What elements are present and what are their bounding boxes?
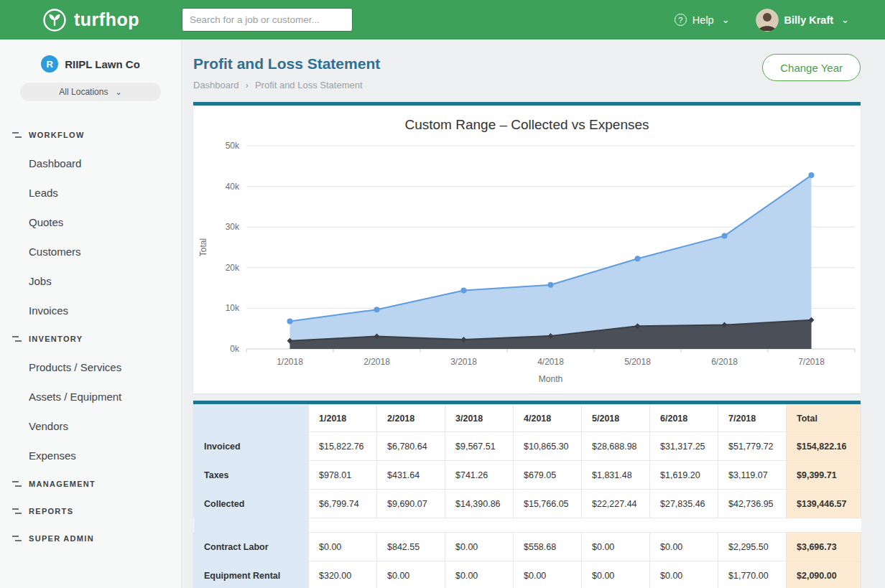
sidebar-item-customers[interactable]: Customers [0, 237, 181, 266]
nav-section-management[interactable]: Management [0, 470, 181, 498]
table-cell: $6,780.64 [377, 432, 445, 461]
sidebar-item-vendors[interactable]: Vendors [0, 411, 181, 441]
nav-section-reports[interactable]: Reports [0, 498, 181, 525]
tree-icon [12, 480, 22, 488]
user-name: Billy Kraft [784, 14, 834, 26]
table-row-invoiced: Invoiced$15,822.76$6,780.64$9,567.51$10,… [194, 432, 861, 461]
location-filter-dropdown[interactable]: All Locations ⌄ [20, 83, 161, 101]
svg-text:2/2018: 2/2018 [363, 357, 390, 367]
table-cell: $320.00 [309, 561, 377, 588]
breadcrumb-current: Profit and Loss Statement [255, 80, 363, 90]
table-cell: $10,865.30 [514, 432, 582, 461]
sidebar-item-assets-equipment[interactable]: Assets / Equipment [0, 382, 181, 411]
table-cell: $978.01 [309, 461, 377, 490]
turfhop-logo-icon [42, 8, 67, 32]
table-cell: $0.00 [650, 533, 718, 561]
sidebar-item-quotes[interactable]: Quotes [0, 207, 181, 237]
nav-section-workflow[interactable]: Workflow [0, 121, 181, 149]
table-row-collected: Collected$6,799.74$9,690.07$14,390.86$15… [194, 490, 861, 518]
column-header [194, 405, 309, 432]
company-name: RIIPL Lawn Co [65, 58, 140, 70]
user-menu[interactable]: Billy Kraft ⌄ [756, 9, 849, 32]
sidebar-item-invoices[interactable]: Invoices [0, 296, 181, 325]
column-header: 4/2018 [514, 405, 582, 432]
breadcrumb-separator: › [246, 80, 249, 90]
sidebar-item-products-services[interactable]: Products / Services [0, 353, 181, 382]
help-icon: ? [675, 14, 687, 26]
column-header: 2/2018 [377, 405, 445, 432]
svg-text:50k: 50k [226, 141, 240, 151]
sidebar-nav: WorkflowDashboardLeadsQuotesCustomersJob… [0, 121, 181, 552]
column-header: Total [787, 405, 861, 432]
company-header[interactable]: R RIIPL Lawn Co [0, 39, 181, 73]
sidebar-item-jobs[interactable]: Jobs [0, 266, 181, 296]
svg-text:Month: Month [539, 374, 562, 384]
table-cell: $14,390.86 [445, 490, 514, 518]
table-cell: $9,567.51 [445, 432, 514, 461]
chart-title: Custom Range – Collected vs Expenses [193, 117, 861, 133]
table-cell: $1,770.00 [718, 561, 787, 588]
tree-icon [12, 508, 22, 515]
chevron-down-icon: ⌄ [115, 88, 121, 97]
row-label [194, 518, 309, 533]
breadcrumb-dashboard[interactable]: Dashboard [193, 80, 239, 90]
table-cell: $27,835.46 [650, 490, 718, 518]
row-label: Invoiced [194, 432, 309, 461]
row-label: Collected [194, 490, 309, 518]
help-label: Help [692, 14, 714, 26]
table-cell: $51,779.72 [718, 432, 787, 461]
column-header: 6/2018 [650, 405, 718, 432]
nav-section-super-admin[interactable]: Super Admin [0, 525, 181, 552]
profit-loss-table: 1/20182/20183/20184/20185/20186/20187/20… [193, 404, 861, 588]
svg-text:40k: 40k [226, 182, 240, 192]
table-cell: $0.00 [514, 561, 582, 588]
table-cell: $558.68 [514, 533, 582, 561]
brand-name: turfhop [74, 9, 139, 30]
tree-icon [12, 131, 22, 139]
svg-text:30k: 30k [226, 222, 240, 232]
table-cell: $842.55 [377, 533, 445, 561]
total-cell: $9,399.71 [787, 461, 861, 490]
table-cell [650, 518, 718, 533]
page-title: Profit and Loss Statement [193, 55, 380, 73]
table-cell: $679.05 [514, 461, 582, 490]
table-cell: $22,227.44 [582, 490, 650, 518]
total-cell [787, 518, 861, 533]
svg-text:4/2018: 4/2018 [537, 357, 564, 367]
search-input[interactable] [182, 8, 353, 32]
table-cell: $0.00 [377, 561, 445, 588]
table-row-equipment-rental: Equipment Rental$320.00$0.00$0.00$0.00$0… [194, 561, 861, 588]
total-cell: $139,446.57 [787, 490, 861, 518]
svg-text:10k: 10k [226, 303, 240, 313]
row-label: Equipment Rental [194, 561, 309, 588]
column-header: 5/2018 [582, 405, 650, 432]
total-cell: $154,822.16 [787, 432, 861, 461]
help-menu[interactable]: ? Help ⌄ [675, 14, 730, 26]
location-filter-label: All Locations [59, 87, 108, 97]
table-cell: $0.00 [445, 561, 514, 588]
change-year-button[interactable]: Change Year [762, 54, 861, 81]
table-cell [582, 518, 650, 533]
sidebar-item-expenses[interactable]: Expenses [0, 441, 181, 470]
sidebar-item-leads[interactable]: Leads [0, 178, 181, 207]
table-cell: $15,822.76 [309, 432, 377, 461]
chevron-down-icon: ⌄ [722, 14, 730, 25]
table-cell: $1,831.48 [582, 461, 650, 490]
table-cell: $0.00 [309, 533, 377, 561]
table-cell: $741.26 [445, 461, 514, 490]
table-row-taxes: Taxes$978.01$431.64$741.26$679.05$1,831.… [194, 461, 861, 490]
tree-icon [12, 535, 22, 543]
table-cell: $0.00 [582, 533, 650, 561]
nav-section-inventory[interactable]: Inventory [0, 325, 181, 353]
table-cell: $9,690.07 [377, 490, 445, 518]
table-cell [309, 518, 377, 533]
svg-text:20k: 20k [226, 263, 240, 273]
table-cell: $3,119.07 [718, 461, 787, 490]
svg-text:6/2018: 6/2018 [711, 357, 738, 367]
table-cell: $28,688.98 [582, 432, 650, 461]
sidebar-item-dashboard[interactable]: Dashboard [0, 149, 181, 178]
svg-text:7/2018: 7/2018 [798, 357, 825, 367]
table-cell [377, 518, 445, 533]
table-cell: $0.00 [582, 561, 650, 588]
table-row-contract-labor: Contract Labor$0.00$842.55$0.00$558.68$0… [194, 533, 861, 561]
